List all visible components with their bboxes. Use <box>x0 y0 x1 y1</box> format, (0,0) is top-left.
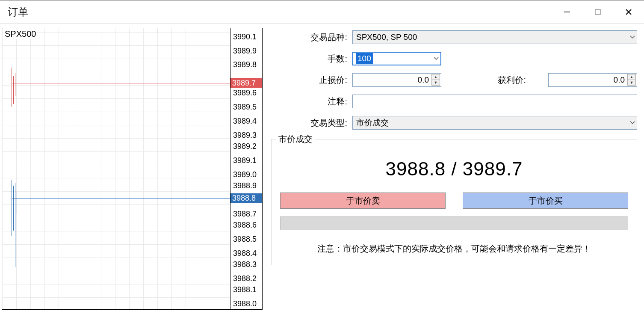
comment-label: 注释: <box>271 96 352 107</box>
y-tick: 3988.4 <box>233 249 257 258</box>
sell-market-button[interactable]: 于市价卖 <box>280 193 446 209</box>
tick-bars <box>10 28 20 309</box>
symbol-label: 交易品种: <box>271 32 352 43</box>
spin-buttons[interactable]: ▲▼ <box>431 74 440 86</box>
y-tick: 3988.9 <box>233 181 257 190</box>
order-window: 订单 SPX500 <box>0 0 644 314</box>
close-button[interactable] <box>613 0 644 24</box>
y-tick: 3989.0 <box>233 170 257 179</box>
comment-input[interactable] <box>352 95 637 108</box>
svg-rect-1 <box>595 9 600 15</box>
bid-line <box>12 198 230 198</box>
bid-ask-display: 3988.8 / 3989.7 <box>386 158 523 180</box>
takeprofit-value: 0.0 <box>614 75 625 85</box>
type-label: 交易类型: <box>271 117 352 129</box>
y-tick: 3988.5 <box>233 234 257 243</box>
y-tick: 3989.4 <box>233 116 257 125</box>
order-form: 交易品种: SPX500, SP 500 手数: 100 <box>271 28 637 310</box>
order-type-value: 市价成交 <box>356 117 389 128</box>
symbol-value: SPX500, SP 500 <box>356 33 417 42</box>
body: SPX500 3990.1 3 <box>0 24 644 314</box>
close-icon <box>625 8 632 16</box>
y-tick: 3989.2 <box>233 142 257 151</box>
y-tick: 3988.0 <box>233 299 257 308</box>
price-separator: / <box>446 158 463 179</box>
bid-price: 3988.8 <box>386 158 446 179</box>
buy-market-button[interactable]: 于市价买 <box>463 193 628 209</box>
ask-line <box>12 83 230 83</box>
titlebar: 订单 <box>0 0 644 24</box>
takeprofit-label: 获利价: <box>480 74 531 86</box>
y-tick: 3988.3 <box>233 260 257 269</box>
maximize-icon <box>594 9 601 15</box>
symbol-combo[interactable]: SPX500, SP 500 <box>352 30 637 44</box>
spin-buttons[interactable]: ▲▼ <box>627 74 636 86</box>
stoploss-label: 止损价: <box>271 74 352 86</box>
chart-symbol-label: SPX500 <box>4 29 37 39</box>
group-title: 市价成交 <box>276 133 315 145</box>
y-tick: 3988.7 <box>233 209 257 218</box>
stoploss-input[interactable]: 0.0 ▲▼ <box>352 73 441 87</box>
notice-text: 注意：市价交易模式下的实际成交价格，可能会和请求价格有一定差异！ <box>317 243 591 255</box>
maximize-button[interactable] <box>582 0 613 24</box>
ask-price-marker: 3989.7 <box>230 78 262 88</box>
minimize-icon <box>563 8 571 16</box>
minimize-button[interactable] <box>552 0 582 24</box>
market-execution-group: 市价成交 3988.8 / 3989.7 于市价卖 于市价买 注意：市价交易模式… <box>271 139 637 265</box>
chart-y-axis: 3990.1 3989.9 3989.8 3989.7 3989.6 3989.… <box>230 28 262 309</box>
y-tick: 3989.3 <box>233 130 257 139</box>
status-bar <box>280 216 628 230</box>
y-tick: 3988.2 <box>233 274 257 283</box>
chevron-down-icon <box>630 121 635 124</box>
ask-price: 3989.7 <box>463 158 523 179</box>
chevron-down-icon <box>434 57 439 60</box>
takeprofit-input[interactable]: 0.0 ▲▼ <box>548 73 637 87</box>
y-tick: 3989.8 <box>233 60 257 69</box>
tick-chart: SPX500 3990.1 3 <box>2 28 263 310</box>
y-tick: 3990.1 <box>233 32 257 41</box>
window-controls <box>552 0 644 24</box>
y-tick: 3989.6 <box>233 89 257 98</box>
bid-price-marker: 3988.8 <box>230 193 262 203</box>
chevron-down-icon <box>630 36 635 39</box>
lots-combo[interactable]: 100 <box>352 52 441 65</box>
y-tick: 3989.1 <box>233 156 257 165</box>
lots-value: 100 <box>356 53 373 64</box>
lots-label: 手数: <box>271 53 352 65</box>
y-tick: 3989.9 <box>233 46 257 55</box>
stoploss-value: 0.0 <box>418 75 429 85</box>
y-tick: 3988.1 <box>233 285 257 294</box>
buy-button-label: 于市价买 <box>529 195 563 207</box>
order-type-combo[interactable]: 市价成交 <box>352 116 637 130</box>
window-title: 订单 <box>8 5 28 19</box>
y-tick: 3989.5 <box>233 102 257 111</box>
sell-button-label: 于市价卖 <box>346 195 380 207</box>
y-tick: 3988.6 <box>233 220 257 229</box>
chart-plot-area: SPX500 <box>2 28 230 309</box>
